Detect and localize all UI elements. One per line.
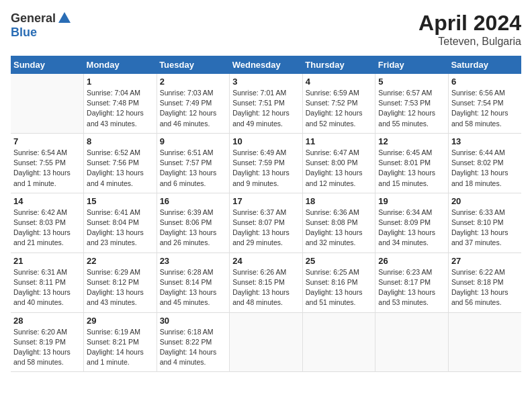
calendar-week-row: 28Sunrise: 6:20 AM Sunset: 8:19 PM Dayli…: [11, 312, 521, 372]
logo-general: General: [11, 11, 56, 26]
day-info: Sunrise: 6:59 AM Sunset: 7:52 PM Dayligh…: [306, 88, 373, 129]
day-number: 13: [451, 136, 519, 146]
day-number: 28: [13, 316, 81, 326]
day-number: 14: [13, 196, 81, 206]
calendar-cell: 19Sunrise: 6:34 AM Sunset: 8:09 PM Dayli…: [375, 193, 449, 253]
day-info: Sunrise: 7:04 AM Sunset: 7:48 PM Dayligh…: [87, 88, 154, 129]
calendar-cell: 27Sunrise: 6:22 AM Sunset: 8:18 PM Dayli…: [448, 253, 521, 312]
day-number: 16: [160, 196, 227, 206]
day-info: Sunrise: 6:57 AM Sunset: 7:53 PM Dayligh…: [378, 88, 445, 129]
calendar-cell: 24Sunrise: 6:26 AM Sunset: 8:15 PM Dayli…: [230, 253, 303, 312]
calendar-cell: 23Sunrise: 6:28 AM Sunset: 8:14 PM Dayli…: [157, 253, 230, 312]
day-info: Sunrise: 6:22 AM Sunset: 8:18 PM Dayligh…: [451, 267, 519, 308]
day-info: Sunrise: 6:47 AM Sunset: 8:00 PM Dayligh…: [306, 148, 373, 189]
page-title: April 2024: [418, 11, 521, 36]
svg-marker-1: [62, 19, 66, 23]
day-info: Sunrise: 6:29 AM Sunset: 8:12 PM Dayligh…: [87, 267, 154, 308]
day-number: 22: [87, 256, 154, 266]
calendar-cell: 5Sunrise: 6:57 AM Sunset: 7:53 PM Daylig…: [375, 74, 449, 133]
day-number: 8: [87, 136, 154, 146]
day-number: 23: [160, 256, 227, 266]
day-info: Sunrise: 6:34 AM Sunset: 8:09 PM Dayligh…: [378, 208, 445, 248]
day-info: Sunrise: 6:49 AM Sunset: 7:59 PM Dayligh…: [232, 148, 300, 189]
day-info: Sunrise: 6:44 AM Sunset: 8:02 PM Dayligh…: [451, 148, 519, 189]
calendar-cell: 30Sunrise: 6:18 AM Sunset: 8:22 PM Dayli…: [157, 312, 230, 372]
day-number: 10: [232, 136, 300, 146]
calendar-cell: 15Sunrise: 6:41 AM Sunset: 8:04 PM Dayli…: [84, 193, 157, 253]
day-number: 4: [306, 77, 373, 87]
calendar-cell: 3Sunrise: 7:01 AM Sunset: 7:51 PM Daylig…: [230, 74, 303, 133]
day-info: Sunrise: 6:45 AM Sunset: 8:01 PM Dayligh…: [378, 148, 445, 189]
day-info: Sunrise: 7:03 AM Sunset: 7:49 PM Dayligh…: [160, 88, 227, 129]
day-number: 15: [87, 196, 154, 206]
days-header-row: SundayMondayTuesdayWednesdayThursdayFrid…: [11, 56, 521, 74]
day-number: 1: [87, 77, 154, 87]
day-info: Sunrise: 6:39 AM Sunset: 8:06 PM Dayligh…: [160, 208, 227, 248]
day-number: 12: [378, 136, 445, 146]
calendar-cell: 10Sunrise: 6:49 AM Sunset: 7:59 PM Dayli…: [230, 133, 303, 193]
day-number: 19: [378, 196, 445, 206]
day-number: 17: [232, 196, 300, 206]
calendar-cell: 21Sunrise: 6:31 AM Sunset: 8:11 PM Dayli…: [11, 253, 84, 312]
calendar-week-row: 21Sunrise: 6:31 AM Sunset: 8:11 PM Dayli…: [11, 253, 521, 312]
day-header-tuesday: Tuesday: [157, 56, 230, 74]
day-number: 2: [160, 77, 227, 87]
day-header-sunday: Sunday: [11, 56, 84, 74]
calendar-cell: 17Sunrise: 6:37 AM Sunset: 8:07 PM Dayli…: [230, 193, 303, 253]
day-header-monday: Monday: [84, 56, 157, 74]
calendar-cell: [302, 312, 375, 372]
day-number: 26: [378, 256, 445, 266]
calendar-cell: 22Sunrise: 6:29 AM Sunset: 8:12 PM Dayli…: [84, 253, 157, 312]
day-info: Sunrise: 6:25 AM Sunset: 8:16 PM Dayligh…: [306, 267, 373, 308]
day-info: Sunrise: 6:20 AM Sunset: 8:19 PM Dayligh…: [13, 327, 81, 368]
calendar-week-row: 1Sunrise: 7:04 AM Sunset: 7:48 PM Daylig…: [11, 74, 521, 133]
day-info: Sunrise: 6:51 AM Sunset: 7:57 PM Dayligh…: [160, 148, 227, 189]
calendar-cell: 7Sunrise: 6:54 AM Sunset: 7:55 PM Daylig…: [11, 133, 84, 193]
day-info: Sunrise: 6:23 AM Sunset: 8:17 PM Dayligh…: [378, 267, 445, 308]
calendar-cell: 2Sunrise: 7:03 AM Sunset: 7:49 PM Daylig…: [157, 74, 230, 133]
calendar-cell: 29Sunrise: 6:19 AM Sunset: 8:21 PM Dayli…: [84, 312, 157, 372]
calendar-cell: 11Sunrise: 6:47 AM Sunset: 8:00 PM Dayli…: [302, 133, 375, 193]
logo-blue: Blue: [11, 26, 37, 40]
calendar-cell: [11, 74, 84, 133]
day-number: 25: [306, 256, 373, 266]
day-number: 27: [451, 256, 519, 266]
day-info: Sunrise: 6:52 AM Sunset: 7:56 PM Dayligh…: [87, 148, 154, 189]
day-number: 20: [451, 196, 519, 206]
calendar-cell: 8Sunrise: 6:52 AM Sunset: 7:56 PM Daylig…: [84, 133, 157, 193]
calendar-week-row: 7Sunrise: 6:54 AM Sunset: 7:55 PM Daylig…: [11, 133, 521, 193]
day-info: Sunrise: 6:54 AM Sunset: 7:55 PM Dayligh…: [13, 148, 81, 189]
day-info: Sunrise: 6:33 AM Sunset: 8:10 PM Dayligh…: [451, 208, 519, 248]
logo: General Blue: [11, 11, 72, 40]
calendar-cell: 20Sunrise: 6:33 AM Sunset: 8:10 PM Dayli…: [448, 193, 521, 253]
day-info: Sunrise: 6:28 AM Sunset: 8:14 PM Dayligh…: [160, 267, 227, 308]
day-number: 11: [306, 136, 373, 146]
day-number: 24: [232, 256, 300, 266]
day-info: Sunrise: 7:01 AM Sunset: 7:51 PM Dayligh…: [232, 88, 300, 129]
calendar-cell: 16Sunrise: 6:39 AM Sunset: 8:06 PM Dayli…: [157, 193, 230, 253]
day-info: Sunrise: 6:26 AM Sunset: 8:15 PM Dayligh…: [232, 267, 300, 308]
day-header-wednesday: Wednesday: [230, 56, 303, 74]
calendar-cell: [448, 312, 521, 372]
page-header: General Blue April 2024 Teteven, Bulgari…: [11, 11, 521, 48]
day-header-friday: Friday: [375, 56, 449, 74]
calendar-cell: 1Sunrise: 7:04 AM Sunset: 7:48 PM Daylig…: [84, 74, 157, 133]
calendar-cell: 4Sunrise: 6:59 AM Sunset: 7:52 PM Daylig…: [302, 74, 375, 133]
calendar-week-row: 14Sunrise: 6:42 AM Sunset: 8:03 PM Dayli…: [11, 193, 521, 253]
day-info: Sunrise: 6:18 AM Sunset: 8:22 PM Dayligh…: [160, 327, 227, 368]
calendar-cell: 28Sunrise: 6:20 AM Sunset: 8:19 PM Dayli…: [11, 312, 84, 372]
day-info: Sunrise: 6:19 AM Sunset: 8:21 PM Dayligh…: [87, 327, 154, 368]
day-header-saturday: Saturday: [448, 56, 521, 74]
day-number: 29: [87, 316, 154, 326]
page-subtitle: Teteven, Bulgaria: [418, 36, 521, 48]
day-info: Sunrise: 6:37 AM Sunset: 8:07 PM Dayligh…: [232, 208, 300, 248]
calendar-cell: 26Sunrise: 6:23 AM Sunset: 8:17 PM Dayli…: [375, 253, 449, 312]
calendar-cell: 9Sunrise: 6:51 AM Sunset: 7:57 PM Daylig…: [157, 133, 230, 193]
calendar-table: SundayMondayTuesdayWednesdayThursdayFrid…: [11, 56, 521, 372]
calendar-cell: 12Sunrise: 6:45 AM Sunset: 8:01 PM Dayli…: [375, 133, 449, 193]
calendar-cell: 6Sunrise: 6:56 AM Sunset: 7:54 PM Daylig…: [448, 74, 521, 133]
title-block: April 2024 Teteven, Bulgaria: [418, 11, 521, 48]
day-number: 6: [451, 77, 519, 87]
calendar-cell: 18Sunrise: 6:36 AM Sunset: 8:08 PM Dayli…: [302, 193, 375, 253]
calendar-cell: 14Sunrise: 6:42 AM Sunset: 8:03 PM Dayli…: [11, 193, 84, 253]
